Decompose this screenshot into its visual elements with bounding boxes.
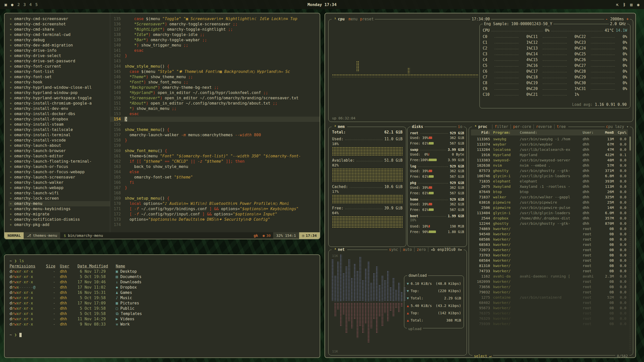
proc-header-user[interactable]: User: — [583, 130, 599, 134]
file-item[interactable]: ∗omarchy-cmd-share — [9, 27, 110, 32]
disks-io-toggle[interactable]: io — [457, 124, 464, 129]
proc-row[interactable]: 73656kworker/root0B0.0 — [471, 284, 628, 290]
workspace-button[interactable]: 4 — [29, 2, 32, 7]
workspace-button[interactable]: 5 — [35, 2, 38, 7]
code-line[interactable]: 135 case $(menu "Toggle" "▣ Screensaver\… — [110, 16, 320, 22]
file-item[interactable]: ∗omarchy-install-terminal — [9, 132, 110, 138]
code-line[interactable]: 137 *NightLight*) omarchy-toggle-nightli… — [110, 27, 320, 32]
file-item[interactable]: ∗omarchy-install-vscode — [9, 138, 110, 143]
code-line[interactable]: 151 *About*) open_in_editor ~/.config/om… — [110, 101, 320, 106]
code-line[interactable]: 146 *Theme*) show_theme_menu ;; — [110, 74, 320, 80]
proc-row[interactable]: 73703kworker/root0B0.0 — [471, 253, 628, 258]
file-item[interactable]: ∗omarchy-debug — [9, 37, 110, 43]
file-item[interactable]: ∗omarchy-launch-wifi — [9, 191, 110, 196]
proc-row[interactable]: 72073kworker/root0B0.0 — [471, 247, 628, 253]
proc-row[interactable]: 68583kworker/root0B0.0 — [471, 242, 628, 247]
code-line[interactable]: 158} — [110, 138, 320, 143]
file-item[interactable]: ∗omarchy-install-dropbox — [9, 117, 110, 122]
code-line[interactable]: 138 *Idle*) omarchy-toggle-idle ;; — [110, 32, 320, 37]
file-item[interactable]: ∗omarchy-install-tailscale — [9, 127, 110, 132]
code-line[interactable]: 173 options="$options\n↺ Defaults\n⊕ DNS… — [110, 217, 320, 222]
proc-header-program[interactable]: Program: — [490, 130, 517, 134]
proc-row[interactable]: 71835elephantelephantdhh393M0.0 — [471, 179, 628, 184]
proc-header-cpu[interactable]: Cpu% — [614, 130, 628, 134]
file-item[interactable]: ∗omarchy-install-docker-dbs — [9, 111, 110, 117]
proc-row[interactable]: 102099kworker/root0B0.0 — [471, 279, 628, 284]
code-line[interactable]: 143 — [110, 59, 320, 64]
proc-row[interactable]: 81310kworker/root0B0.0 — [471, 263, 628, 268]
file-item[interactable]: ∗omarchy-hyprland-window-close-all — [9, 85, 110, 90]
proc-row[interactable]: 113365swaybg/usr/bin/swaybg -i /homdhh13… — [471, 137, 628, 142]
file-item[interactable]: ∗omarchy-lock-screen — [9, 196, 110, 201]
code-line[interactable]: 139 *Bar*) omarchy-toggle-waybar ;; — [110, 37, 320, 43]
proc-row[interactable]: 74733kworker/root0B0.0 — [471, 268, 628, 274]
code-line[interactable]: 171 [ -f ~/.config/hypr/bindings.conf ] … — [110, 206, 320, 212]
proc-tree-button[interactable]: tree — [555, 124, 567, 129]
file-item[interactable]: ∗omarchy-drive-set-password — [9, 59, 110, 64]
proc-header-pid[interactable]: Pid: — [471, 130, 490, 134]
file-item[interactable]: ∗omarchy-install-chromium-google-a — [9, 101, 110, 106]
proc-header-row[interactable]: Pid:Program:Command:User:MemBCpu% — [471, 129, 628, 135]
proc-row[interactable]: 87573ghostty/usr/bin/ghostty --gtk-dhh37… — [471, 168, 628, 173]
code-line[interactable]: 153 esac — [110, 111, 320, 117]
code-line[interactable]: 142} — [110, 53, 320, 59]
code-line[interactable]: 168 — [110, 191, 320, 196]
file-item[interactable]: ∗omarchy-launch-webapp — [9, 185, 110, 191]
code-line[interactable]: 166 fi — [110, 180, 320, 185]
code-line[interactable]: 157 omarchy-launch-walker -m menus:omarc… — [110, 132, 320, 138]
net-interface-label[interactable]: ◂b enp191s0 n▸ — [429, 247, 464, 252]
proc-scrollbar[interactable] — [629, 137, 631, 352]
proc-row[interactable]: 87649btopbtopdhh26M0.0 — [471, 189, 628, 195]
proc-row[interactable]: 74869kworker/root0B0.0 — [471, 226, 628, 232]
file-item[interactable]: ∗omarchy-cmd-terminal-cwd — [9, 32, 110, 37]
prompt-line[interactable]: ~ ❯ — [10, 332, 315, 338]
file-item[interactable]: ∗omarchy-drive-info — [9, 48, 110, 53]
code-line[interactable]: 164 else — [110, 169, 320, 175]
file-item[interactable]: ∗omarchy-hyprland-workspace-toggle — [9, 96, 110, 101]
power-icon[interactable]: ◉ — [637, 2, 639, 7]
file-item[interactable]: ∗omarchy-launch-about — [9, 143, 110, 148]
code-line[interactable]: 150 *Screensaver*) open_in_editor ~/.con… — [110, 96, 320, 101]
proc-row[interactable]: 113404glycin-i/usr/lib/glycin-loadersdhh… — [471, 210, 628, 216]
file-item[interactable]: ∗omarchy-launch-browser — [9, 148, 110, 154]
proc-row[interactable]: 1275containe/usr/bin/containerdroot52M0.… — [471, 295, 628, 300]
file-item[interactable]: ∗omarchy-drive-select — [9, 53, 110, 59]
menu-button[interactable]: menu — [347, 17, 359, 22]
proc-header-memb[interactable]: MemB — [599, 130, 614, 134]
file-item[interactable]: ∗omarchy-migrate — [9, 212, 110, 217]
proc-row[interactable]: 71837walker/usr/bin/walker --gappldhh325… — [471, 195, 628, 200]
proc-reverse-button[interactable]: reverse — [535, 124, 553, 129]
proc-row[interactable]: 113284localsea/usr/lib/localsearch-exdhh… — [471, 147, 628, 152]
code-line[interactable]: 174 — [110, 222, 320, 228]
file-item[interactable]: ∗omarchy-font-list — [9, 69, 110, 74]
code-line[interactable]: 140 *) show_trigger_menu ;; — [110, 43, 320, 48]
proc-filter-button[interactable]: filter — [493, 124, 509, 129]
file-item[interactable]: ∗omarchy-font-current — [9, 64, 110, 69]
file-item[interactable]: ∗omarchy-dev-add-migration — [9, 43, 110, 48]
file-item[interactable]: ∗omarchy-launch-or-focus — [9, 164, 110, 169]
proc-header-command[interactable]: Command: — [517, 130, 583, 134]
file-item[interactable]: ∗omarchy-font-set — [9, 74, 110, 80]
proc-row[interactable]: 2075XwaylandXwayland :1 -rootless -dhh11… — [471, 184, 628, 189]
code-line[interactable]: 136 *Screensaver*) omarchy-toggle-screen… — [110, 22, 320, 27]
proc-row[interactable]: 94540kworker/root0B0.0 — [471, 232, 628, 237]
code-line[interactable]: 172 [ -f ~/.config/hypr/input.conf ] && … — [110, 212, 320, 217]
code-line[interactable]: 162 if [[ "$theme" == "CNCLD" || -z "$th… — [110, 159, 320, 164]
proc-row[interactable]: 68402kworker/root0B0.0 — [471, 300, 628, 305]
code-line[interactable]: 160show_font_menu() { — [110, 148, 320, 154]
file-item[interactable]: ∗omarchy-pkg-add — [9, 222, 110, 228]
proc-row[interactable]: 63816pipewire/usr/bin/pipewiredhh25M0.0 — [471, 200, 628, 205]
file-item[interactable]: ∗omarchy-install-dev-env — [9, 106, 110, 111]
file-item[interactable]: ∗omarchy-cmd-screenshot — [9, 22, 110, 27]
proc-row[interactable]: 102638nvimnvim --embed .dhh57M0.0 — [471, 163, 628, 168]
cpu-usage-icon[interactable]: ▥ — [630, 2, 633, 7]
code-line[interactable]: 145 case $(menu "Style" "✱ Theme\nA Font… — [110, 69, 320, 74]
proc-row[interactable]: 76329kworker/root0B0.0 — [471, 316, 628, 321]
proc-row[interactable]: 1916HyprlandHyprlanddhh422M0.1 — [471, 152, 628, 158]
proc-row[interactable]: 68584kworker/root0B0.0 — [471, 258, 628, 263]
file-item[interactable]: ∗omarchy-hook — [9, 80, 110, 85]
proc-row[interactable]: 113374waybar/usr/bin/waybardhh67M0.0 — [471, 142, 628, 147]
interval-increase-button[interactable]: + — [625, 17, 630, 22]
code-line[interactable]: 165 omarchy-font-set "$theme" — [110, 175, 320, 180]
code-line[interactable]: 148 *Background*) omarchy-theme-bg-next … — [110, 85, 320, 90]
